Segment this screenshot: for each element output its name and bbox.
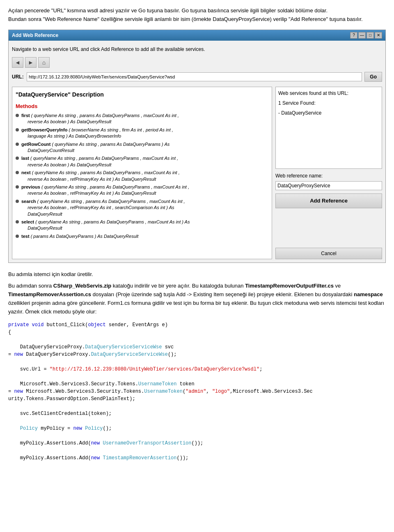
- article-para2-end2: özellikleri projenin adına göre güncelle…: [8, 300, 384, 315]
- bullet-icon: [16, 220, 19, 223]
- forward-button[interactable]: ►: [25, 57, 37, 68]
- code-line: [8, 417, 386, 425]
- code-line: myPolicy.Assertions.Add(new TimestampRem…: [8, 454, 386, 462]
- method-text: getBrowserQueryInfo ( browserName As str…: [21, 127, 173, 140]
- code-line: [8, 403, 386, 410]
- code-line: = new DataQueryServiceProxy.DataQuerySer…: [8, 351, 386, 358]
- article-bold1: CSharp_WebServis.zip: [53, 283, 111, 289]
- list-item: getBrowserQueryInfo ( browserName As str…: [16, 127, 268, 140]
- web-reference-name-input[interactable]: [275, 181, 382, 190]
- article-para2-pre: Bu adımdan sonra: [8, 283, 53, 289]
- method-text: last ( queryName As string , params As D…: [21, 155, 178, 168]
- code-line: [8, 447, 386, 454]
- list-item: search ( queryName As string , params As…: [16, 198, 268, 217]
- method-text: test ( params As DataQueryParams ) As Da…: [21, 233, 138, 240]
- left-panel: "DataQueryService" Description Methods f…: [12, 87, 272, 259]
- code-block: private void button1_Click(object sender…: [8, 320, 386, 463]
- close-button[interactable]: ✕: [375, 32, 382, 39]
- code-line: urity.Tokens.PasswordOption.SendPlainTex…: [8, 395, 386, 403]
- cancel-button[interactable]: Cancel: [275, 248, 382, 259]
- dialog-hint: Navigate to a web service URL and click …: [12, 44, 382, 55]
- dialog-content: Navigate to a web service URL and click …: [9, 41, 385, 263]
- method-text: select ( queryName As string , params As…: [21, 219, 190, 232]
- code-line: [8, 432, 386, 440]
- intro-section: Açılan pencerede "URL" kısmına wsdl adre…: [8, 7, 386, 24]
- url-input[interactable]: [27, 72, 362, 81]
- methods-list: first ( queryName As string , params As …: [16, 113, 268, 240]
- list-item: previous ( queryName As string , params …: [16, 184, 268, 197]
- service-description: "DataQueryService" Description Methods f…: [16, 90, 268, 240]
- bullet-icon: [16, 143, 19, 146]
- list-item: test ( params As DataQueryParams ) As Da…: [16, 233, 268, 240]
- article-section: Bu adımla istemci için kodlar üretilir. …: [8, 270, 386, 316]
- method-text: previous ( queryName As string , params …: [21, 184, 189, 197]
- article-para2: Bu adımdan sonra CSharp_WebServis.zip ka…: [8, 282, 386, 316]
- add-web-reference-dialog: Add Web Reference ? — □ ✕ Navigate to a …: [8, 30, 386, 263]
- list-item: last ( queryName As string , params As D…: [16, 155, 268, 168]
- back-button[interactable]: ◄: [12, 57, 23, 68]
- web-services-title: Web services found at this URL:: [278, 90, 379, 97]
- dialog-title: Add Web Reference: [12, 32, 58, 39]
- service-title: "DataQueryService" Description: [16, 90, 268, 99]
- bullet-icon: [16, 200, 19, 203]
- code-line: {: [8, 329, 386, 336]
- list-item: next ( queryName As string , params As D…: [16, 170, 268, 182]
- list-item: first ( queryName As string , params As …: [16, 113, 268, 125]
- dialog-titlebar: Add Web Reference ? — □ ✕: [9, 30, 385, 41]
- code-line: DataQueryServiceProxy.DataQueryServiceSe…: [8, 343, 386, 351]
- url-bar: URL: Go: [12, 72, 382, 82]
- article-bold3: TimestampRemoverAssertion.cs: [8, 291, 91, 297]
- method-text: next ( queryName As string , params As D…: [21, 170, 180, 182]
- code-line: private void button1_Click(object sender…: [8, 321, 386, 329]
- code-line: [8, 358, 386, 366]
- dialog-body: "DataQueryService" Description Methods f…: [12, 87, 382, 259]
- code-line: = new Microsoft.Web.Services3.Security.T…: [8, 388, 386, 395]
- method-text: getRowCount ( queryName As string , para…: [21, 141, 170, 154]
- list-item: getRowCount ( queryName As string , para…: [16, 141, 268, 154]
- intro-para2: Bundan sonra "Web Reference Name" özelli…: [8, 15, 386, 24]
- bullet-icon: [16, 185, 19, 189]
- article-para1: Bu adımla istemci için kodlar üretilir.: [8, 270, 386, 279]
- method-text: search ( queryName As string , params As…: [21, 198, 185, 217]
- article-bold2: TimestampRemoverOutputFilter.cs: [245, 283, 334, 289]
- code-line: Policy myPolicy = new Policy();: [8, 425, 386, 432]
- home-button[interactable]: ⌂: [38, 57, 50, 68]
- maximize-button[interactable]: □: [367, 32, 374, 39]
- url-label: URL:: [12, 73, 24, 81]
- right-panel: Web services found at this URL: 1 Servic…: [275, 87, 382, 259]
- minimize-button[interactable]: —: [358, 32, 366, 39]
- add-reference-button[interactable]: Add Reference: [275, 193, 382, 208]
- method-text: first ( queryName As string , params As …: [21, 113, 179, 125]
- code-line: svc.Url = "http://172.16.12.239:8080/Uni…: [8, 366, 386, 373]
- help-button[interactable]: ?: [350, 32, 357, 39]
- bullet-icon: [16, 128, 19, 131]
- code-line: svc.SetClientCredential(token);: [8, 410, 386, 417]
- go-button[interactable]: Go: [364, 72, 382, 82]
- intro-para1: Açılan pencerede "URL" kısmına wsdl adre…: [8, 7, 386, 15]
- article-para2-end: dosyaları (Proje üzerinde sağ tuşla Add …: [91, 291, 354, 297]
- code-line: [8, 336, 386, 343]
- service-name: - DataQueryService: [278, 109, 373, 117]
- code-line: myPolicy.Assertions.Add(new UsernameOver…: [8, 440, 386, 447]
- ref-name-section: Web reference name:: [275, 172, 382, 190]
- article-bold4: namespace: [354, 291, 383, 297]
- bullet-icon: [16, 171, 19, 174]
- nav-bar: ◄ ► ⌂: [12, 57, 382, 68]
- services-content: 1 Service Found: - DataQueryService: [278, 99, 379, 117]
- ref-name-label: Web reference name:: [275, 172, 382, 180]
- article-para2-post: kataloğu indirilir ve bir yere açılır. B…: [111, 283, 245, 289]
- bullet-icon: [16, 235, 19, 238]
- methods-heading: Methods: [16, 102, 268, 111]
- code-line: [8, 373, 386, 380]
- services-found: 1 Service Found:: [278, 99, 373, 107]
- dialog-controls: ? — □ ✕: [350, 32, 382, 39]
- article-para2-and: ve: [334, 283, 341, 289]
- web-services-box: Web services found at this URL: 1 Servic…: [275, 87, 382, 169]
- code-line: Microsoft.Web.Services3.Security.Tokens.…: [8, 380, 386, 388]
- bullet-icon: [16, 157, 19, 160]
- bullet-icon: [16, 114, 19, 117]
- list-item: select ( queryName As string , params As…: [16, 219, 268, 232]
